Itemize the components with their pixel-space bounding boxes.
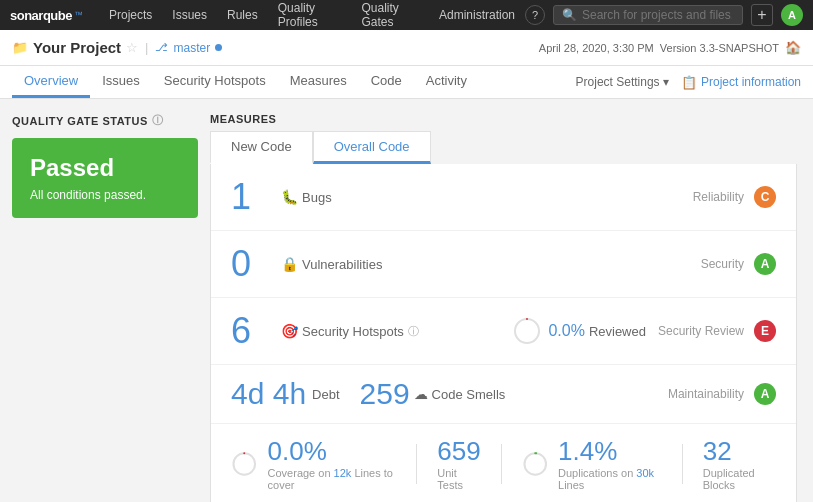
measures-tabs: New Code Overall Code <box>210 131 797 164</box>
project-name: Your Project <box>33 39 121 56</box>
security-label: Security <box>701 257 744 271</box>
main-content: QUALITY GATE STATUS ⓘ Passed All conditi… <box>0 99 813 502</box>
measures-title: MEASURES <box>210 113 797 125</box>
debt-label: Debt <box>312 387 339 402</box>
help-icon[interactable]: ? <box>525 5 545 25</box>
smells-icon: ☁ <box>414 386 428 402</box>
nav-issues[interactable]: Issues <box>162 0 217 30</box>
reliability-label: Reliability <box>693 190 744 204</box>
dup-blocks-label: Duplicated Blocks <box>703 467 776 491</box>
svg-point-2 <box>233 453 255 475</box>
quality-gate-sub: All conditions passed. <box>30 188 180 202</box>
svg-point-0 <box>515 319 539 343</box>
star-icon[interactable]: ☆ <box>126 40 138 55</box>
project-info-button[interactable]: 📋 Project information <box>681 75 801 90</box>
unit-tests-value[interactable]: 659 <box>437 436 480 467</box>
project-folder-icon: 📁 <box>12 40 28 55</box>
coverage-circle <box>231 448 258 480</box>
project-version: Version 3.3-SNAPSHOT <box>660 42 779 54</box>
reviewed-pct: 0.0% <box>548 322 584 340</box>
project-settings-button[interactable]: Project Settings ▾ <box>576 75 669 89</box>
nav-quality-profiles[interactable]: Quality Profiles <box>268 0 352 30</box>
reviewed-circle <box>512 316 542 346</box>
coverage-lines[interactable]: 12k <box>334 467 352 479</box>
vulnerabilities-label: Vulnerabilities <box>302 257 382 272</box>
branch-icon: ⎇ <box>155 41 168 54</box>
plus-button[interactable]: + <box>751 4 773 26</box>
home-icon[interactable]: 🏠 <box>785 40 801 55</box>
top-nav: sonarqube ™ Projects Issues Rules Qualit… <box>0 0 813 30</box>
bugs-label: Bugs <box>302 190 332 205</box>
branch-separator: | <box>145 40 148 55</box>
quality-gate-help-icon[interactable]: ⓘ <box>152 113 164 128</box>
coverage-metric: 0.0% Coverage on 12k Lines to cover <box>231 436 396 491</box>
right-panel: MEASURES New Code Overall Code 1 🐛 Bugs … <box>210 99 813 502</box>
nav-administration[interactable]: Administration <box>429 0 525 30</box>
unit-tests-label: Unit Tests <box>437 467 480 491</box>
hotspots-value[interactable]: 6 <box>231 310 281 352</box>
hotspots-help-icon[interactable]: ⓘ <box>408 324 419 339</box>
project-bar-right: April 28, 2020, 3:30 PM Version 3.3-SNAP… <box>539 40 801 55</box>
search-icon: 🔍 <box>562 8 577 22</box>
tab-security-hotspots[interactable]: Security Hotspots <box>152 66 278 98</box>
project-bar: 📁 Your Project ☆ | ⎇ master April 28, 20… <box>0 30 813 66</box>
duplication-label: Duplications on 30k Lines <box>558 467 662 491</box>
maintainability-row: 4d 4h Debt 259 ☁ Code Smells Maintainabi… <box>211 365 796 424</box>
hotspots-row: 6 🎯 Security Hotspots ⓘ 0.0% Reviewed Se… <box>211 298 796 365</box>
maintainability-label: Maintainability <box>668 387 744 401</box>
reviewed-label: Reviewed <box>589 324 646 339</box>
tab-code[interactable]: Code <box>359 66 414 98</box>
maintainability-rating: A <box>754 383 776 405</box>
nav-links: Projects Issues Rules Quality Profiles Q… <box>99 0 525 30</box>
smells-value[interactable]: 259 <box>360 377 410 411</box>
duplication-circle <box>522 448 549 480</box>
search-bar: 🔍 <box>553 5 743 25</box>
hotspots-icon: 🎯 <box>281 323 298 339</box>
sub-nav-left: Overview Issues Security Hotspots Measur… <box>12 66 479 98</box>
user-avatar[interactable]: A <box>781 4 803 26</box>
coverage-value[interactable]: 0.0% <box>268 436 397 467</box>
vulnerabilities-icon: 🔒 <box>281 256 298 272</box>
coverage-label: Coverage on 12k Lines to cover <box>268 467 397 491</box>
tab-measures[interactable]: Measures <box>278 66 359 98</box>
bugs-value[interactable]: 1 <box>231 176 281 218</box>
quality-gate-title: QUALITY GATE STATUS ⓘ <box>12 113 198 128</box>
unit-tests-metric: 659 Unit Tests <box>437 436 480 491</box>
dup-lines[interactable]: 30k <box>636 467 654 479</box>
search-input[interactable] <box>582 8 732 22</box>
svg-point-4 <box>524 453 546 475</box>
security-rating: A <box>754 253 776 275</box>
quality-gate-box: Passed All conditions passed. <box>12 138 198 218</box>
vulnerabilities-row: 0 🔒 Vulnerabilities Security A <box>211 231 796 298</box>
debt-value[interactable]: 4d 4h <box>231 377 306 411</box>
sub-nav-right: Project Settings ▾ 📋 Project information <box>576 75 801 90</box>
security-review-label: Security Review <box>658 324 744 338</box>
tab-new-code[interactable]: New Code <box>210 131 313 164</box>
security-review-rating: E <box>754 320 776 342</box>
nav-quality-gates[interactable]: Quality Gates <box>352 0 429 30</box>
smells-label: Code Smells <box>432 387 506 402</box>
project-date: April 28, 2020, 3:30 PM <box>539 42 654 54</box>
duplication-metric: 1.4% Duplications on 30k Lines <box>522 436 662 491</box>
tab-activity[interactable]: Activity <box>414 66 479 98</box>
duplication-value[interactable]: 1.4% <box>558 436 662 467</box>
dup-blocks-metric: 32 Duplicated Blocks <box>703 436 776 491</box>
project-bar-left: 📁 Your Project ☆ | ⎇ master <box>12 39 222 56</box>
tab-overview[interactable]: Overview <box>12 66 90 98</box>
reliability-rating: C <box>754 186 776 208</box>
nav-rules[interactable]: Rules <box>217 0 268 30</box>
logo: sonarqube ™ <box>10 8 83 23</box>
tab-issues[interactable]: Issues <box>90 66 152 98</box>
info-icon: 📋 <box>681 75 697 90</box>
measures-content: 1 🐛 Bugs Reliability C 0 🔒 Vulnerabiliti… <box>210 164 797 502</box>
vulnerabilities-value[interactable]: 0 <box>231 243 281 285</box>
nav-projects[interactable]: Projects <box>99 0 162 30</box>
branch-name: master <box>173 41 210 55</box>
dup-blocks-value[interactable]: 32 <box>703 436 776 467</box>
quality-gate-status: Passed <box>30 154 180 182</box>
nav-right: ? 🔍 + A <box>525 4 803 26</box>
left-panel: QUALITY GATE STATUS ⓘ Passed All conditi… <box>0 99 210 502</box>
tab-overall-code[interactable]: Overall Code <box>313 131 431 164</box>
hotspots-label: Security Hotspots <box>302 324 404 339</box>
bottom-row: 0.0% Coverage on 12k Lines to cover 659 … <box>211 424 796 502</box>
